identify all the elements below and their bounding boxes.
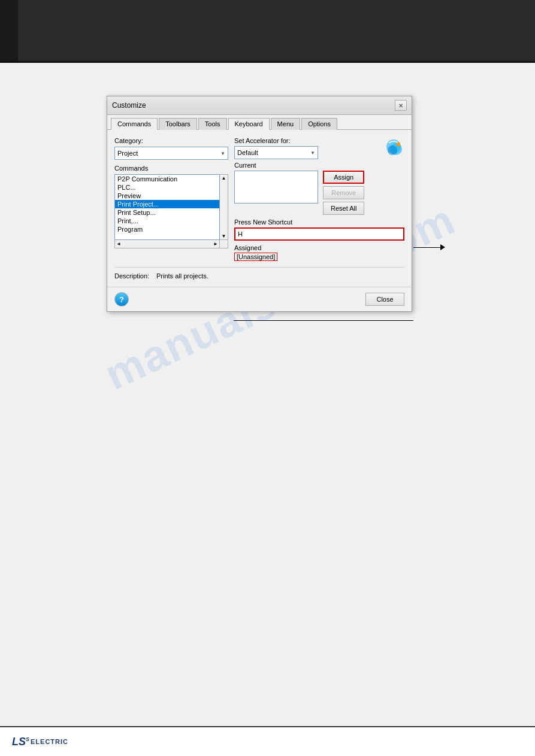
- tab-options[interactable]: Options: [301, 118, 337, 130]
- h-scrollbar-container: ◄ ►: [114, 240, 228, 248]
- shortcut-input[interactable]: H: [234, 227, 404, 241]
- shortcut-container: H: [234, 227, 404, 241]
- arrow-line-assign: [413, 247, 443, 248]
- assigned-value-container: [Unassigned]: [234, 253, 404, 261]
- app-logo-icon: [383, 138, 404, 160]
- shortcut-value: H: [238, 230, 243, 238]
- description-text: Prints all projects.: [156, 272, 208, 280]
- list-item-selected[interactable]: Print Project...: [115, 200, 219, 208]
- annotation-line-bottom: [234, 320, 413, 321]
- description-section: Description: Prints all projects.: [114, 267, 404, 280]
- reset-all-button[interactable]: Reset All: [323, 202, 364, 215]
- accelerator-dropdown[interactable]: Default ▼: [234, 146, 318, 159]
- commands-listbox-container: P2P Communication PLC... Preview Print P…: [114, 174, 228, 240]
- set-accelerator-label: Set Accelerator for:: [234, 137, 378, 144]
- accelerator-row: Set Accelerator for: Default ▼: [234, 137, 404, 162]
- description-label: Description:: [114, 272, 150, 280]
- dialog-titlebar: Customize ✕: [107, 96, 412, 115]
- scrollbar-corner: [220, 240, 228, 248]
- list-item[interactable]: Print Setup...: [115, 208, 219, 217]
- top-bar: [0, 0, 535, 63]
- current-label: Current: [234, 162, 404, 169]
- bottom-bar: LSS ELECTRIC: [0, 726, 535, 756]
- shortcut-label: Press New Shortcut: [234, 218, 404, 226]
- commands-listbox[interactable]: P2P Communication PLC... Preview Print P…: [114, 174, 220, 240]
- dialog-footer: ? Close: [107, 287, 412, 311]
- assigned-value: [Unassigned]: [234, 253, 277, 261]
- help-button[interactable]: ?: [114, 292, 129, 306]
- svg-point-2: [388, 145, 397, 155]
- remove-button[interactable]: Remove: [323, 186, 364, 199]
- left-column: Category: Project ▼ Commands P2P Communi…: [114, 137, 228, 261]
- tab-commands[interactable]: Commands: [111, 118, 158, 130]
- tab-menu[interactable]: Menu: [271, 118, 301, 130]
- tab-keyboard[interactable]: Keyboard: [228, 118, 270, 130]
- top-bar-accent: [0, 0, 18, 63]
- customize-dialog: Customize ✕ Commands Toolbars Tools Keyb…: [107, 96, 412, 312]
- category-label: Category:: [114, 137, 228, 144]
- current-row: Assign Remove Reset All: [234, 171, 404, 215]
- close-button[interactable]: Close: [365, 293, 404, 306]
- list-item[interactable]: Program: [115, 225, 219, 233]
- list-item[interactable]: Preview: [115, 192, 219, 200]
- tab-toolbars[interactable]: Toolbars: [159, 118, 197, 130]
- dialog-body: Category: Project ▼ Commands P2P Communi…: [107, 130, 412, 287]
- accelerator-value: Default: [237, 149, 258, 156]
- assigned-label: Assigned: [234, 244, 404, 251]
- listbox-scrollbar[interactable]: ▲ ▼: [220, 174, 228, 240]
- list-item[interactable]: P2P Communication: [115, 175, 219, 183]
- tab-tools[interactable]: Tools: [198, 118, 227, 130]
- ls-brand-text: LSS: [12, 736, 29, 748]
- dialog-title: Customize: [112, 101, 146, 110]
- list-item[interactable]: PLC...: [115, 183, 219, 192]
- tab-bar: Commands Toolbars Tools Keyboard Menu Op…: [107, 115, 412, 130]
- category-value: Project: [117, 150, 138, 157]
- category-dropdown[interactable]: Project ▼: [114, 147, 228, 160]
- h-scrollbar[interactable]: ◄ ►: [114, 240, 220, 248]
- accelerator-left: Set Accelerator for: Default ▼: [234, 137, 378, 162]
- page-content: manualshive.com Customize ✕ Commands Too…: [0, 63, 535, 726]
- arrow-head-assign: [440, 244, 445, 250]
- assign-button[interactable]: Assign: [323, 171, 364, 184]
- commands-label: Commands: [114, 165, 228, 172]
- ls-electric-logo: LSS ELECTRIC: [12, 736, 68, 748]
- current-input[interactable]: [234, 171, 318, 204]
- action-buttons: Assign Remove Reset All: [323, 171, 364, 215]
- list-item[interactable]: Print,...: [115, 217, 219, 225]
- svg-point-3: [397, 142, 400, 146]
- category-dropdown-arrow: ▼: [220, 151, 225, 156]
- right-column: Set Accelerator for: Default ▼: [234, 137, 404, 261]
- dialog-close-button[interactable]: ✕: [395, 100, 407, 111]
- electric-text: ELECTRIC: [31, 738, 68, 745]
- accelerator-dropdown-arrow: ▼: [310, 150, 315, 156]
- main-content: Category: Project ▼ Commands P2P Communi…: [114, 137, 404, 261]
